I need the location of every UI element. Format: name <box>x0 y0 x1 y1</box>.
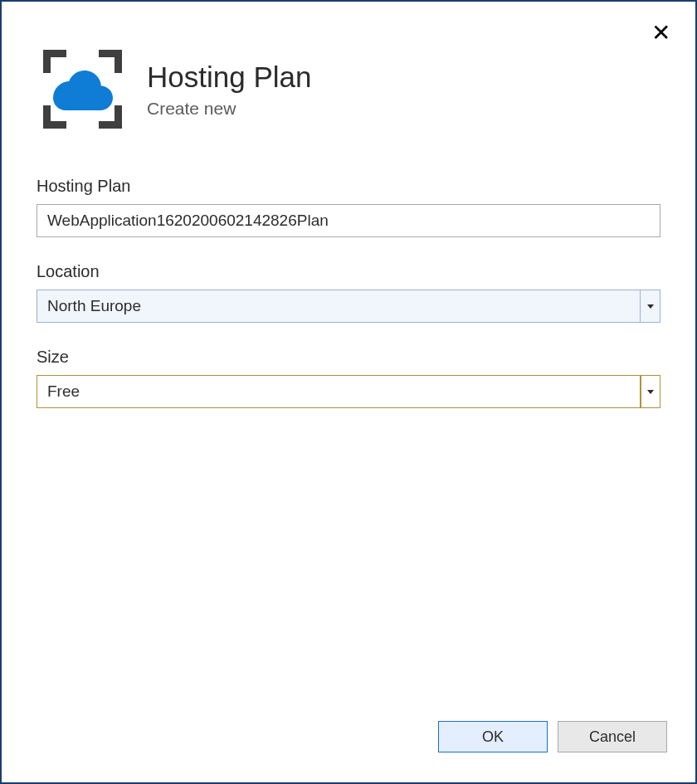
dialog-footer: OK Cancel <box>2 721 695 782</box>
dialog-form: Hosting Plan Location North Europe Size … <box>2 153 695 721</box>
location-label: Location <box>37 262 660 281</box>
size-field: Size Free <box>37 348 660 408</box>
location-select-arrow-button[interactable] <box>641 290 660 323</box>
hosting-plan-input[interactable] <box>37 204 660 237</box>
chevron-down-icon <box>647 390 654 394</box>
cancel-button[interactable]: Cancel <box>558 721 667 752</box>
hosting-plan-icon <box>43 50 122 129</box>
chevron-down-icon <box>647 304 654 309</box>
cloud-icon <box>53 69 113 110</box>
dialog-title: Hosting Plan <box>147 61 311 94</box>
location-field: Location North Europe <box>37 262 660 323</box>
location-select[interactable]: North Europe <box>37 290 660 323</box>
size-label: Size <box>37 348 660 367</box>
dialog-subtitle: Create new <box>147 99 311 119</box>
hosting-plan-dialog: ✕ Hosting Plan Create new Hosting Plan L… <box>0 0 697 784</box>
dialog-header-text: Hosting Plan Create new <box>147 61 311 119</box>
size-select[interactable]: Free <box>37 375 660 408</box>
hosting-plan-label: Hosting Plan <box>37 177 660 196</box>
hosting-plan-field: Hosting Plan <box>37 177 660 237</box>
size-select-value: Free <box>37 375 641 408</box>
ok-button[interactable]: OK <box>438 721 548 752</box>
close-button[interactable]: ✕ <box>651 22 670 45</box>
size-select-arrow-button[interactable] <box>641 375 660 408</box>
close-icon: ✕ <box>651 20 670 46</box>
location-select-value: North Europe <box>37 290 641 323</box>
dialog-header: Hosting Plan Create new <box>2 2 695 153</box>
